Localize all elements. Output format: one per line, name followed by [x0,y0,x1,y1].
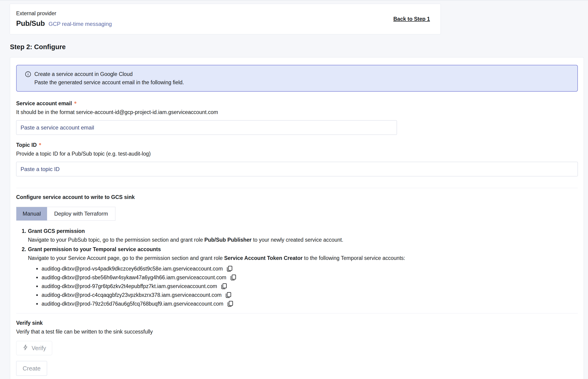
step-title: Grant GCS permission [28,228,578,234]
step-body-text: to the following Temporal service accoun… [303,255,405,261]
topic-id-input[interactable] [16,162,578,176]
role-name: Service Account Token Creator [224,255,303,261]
list-item: auditlog-dktxv@prod-c4cqaqgbfzy23vpzkbxz… [28,291,578,299]
step-body: Navigate to your Service Account page, g… [28,255,578,261]
bullet-dot [36,277,38,278]
info-icon [25,71,31,77]
provider-card: External provider Pub/Sub GCP real-time … [10,4,441,34]
required-indicator [39,143,41,145]
verify-sink-helper: Verify that a test file can be written t… [16,329,578,335]
service-account-email-helper: It should be in the format service-accou… [16,109,578,115]
alert-body: Paste the generated service account emai… [34,79,573,86]
role-name: Pub/Sub Publisher [204,237,251,243]
service-account-email: auditlog-dktxv@prod-c4cqaqgbfzy23vpzkbxz… [42,292,221,298]
create-button-label: Create [23,365,41,372]
copy-icon[interactable] [225,291,232,299]
zap-icon [22,344,29,352]
temporal-service-account-list: auditlog-dktxv@prod-vs4padk9dkczcey6d6st… [28,264,578,308]
step-grant-gcs-permission: 1. Grant GCS permission Navigate to your… [16,228,578,243]
configure-card: Create a service account in Google Cloud… [10,57,584,379]
copy-icon[interactable] [220,283,228,290]
service-account-email: auditlog-dktxv@prod-79z2c6d76au6g5fcq768… [42,301,223,307]
step-body-text: Navigate to your Service Account page, g… [28,255,224,261]
topic-id-label: Topic ID [16,142,37,148]
deploy-method-tabs: Manual Deploy with Terraform [16,207,115,221]
bullet-dot [36,294,38,296]
service-account-email: auditlog-dktxv@prod-sbe56h6wr4sykaw47a6y… [42,274,226,281]
list-item: auditlog-dktxv@prod-79z2c6d76au6g5fcq768… [28,299,578,308]
provider-subtitle: GCP real-time messaging [48,21,112,27]
configure-section-title: Configure service account to write to GC… [16,194,578,200]
provider-name: Pub/Sub [16,19,45,28]
copy-icon[interactable] [229,274,237,281]
section-divider [16,188,578,188]
list-item: auditlog-dktxv@prod-sbe56h6wr4sykaw47a6y… [28,273,578,282]
required-indicator [74,102,76,104]
bullet-dot [36,268,38,269]
verify-button-label: Verify [32,345,46,351]
verify-button[interactable]: Verify [16,341,52,355]
provider-info: External provider Pub/Sub GCP real-time … [16,10,112,28]
create-button[interactable]: Create [16,361,47,376]
manual-steps-list: 1. Grant GCS permission Navigate to your… [16,228,578,308]
page-title: Step 2: Configure [10,43,588,51]
service-account-email-label: Service account email [16,100,72,107]
alert-title: Create a service account in Google Cloud [34,71,133,77]
info-alert: Create a service account in Google Cloud… [16,65,578,92]
topic-id-helper: Provide a topic ID for a Pub/Sub topic (… [16,151,578,157]
bullet-dot [36,303,38,305]
list-item: auditlog-dktxv@prod-97gr6tp6zkv2t4epubff… [28,282,578,291]
audit-log-sink-config-page: { "provider_card": { "eyebrow": "Externa… [0,0,588,379]
step-number: 1. [22,228,26,234]
service-account-email: auditlog-dktxv@prod-97gr6tp6zkv2t4epubff… [42,283,217,289]
service-account-email-input[interactable] [16,120,397,135]
step-body-text: to your newly created service account. [251,237,343,243]
step-body: Navigate to your PubSub topic, go to the… [28,237,578,243]
step-body-text: Navigate to your PubSub topic, go to the… [28,237,204,243]
service-account-email: auditlog-dktxv@prod-vs4padk9dkczcey6d6st… [42,266,223,272]
step-number: 2. [22,246,26,253]
tab-deploy-with-terraform[interactable]: Deploy with Terraform [47,207,115,221]
step-title: Grant permission to your Temporal servic… [28,246,578,253]
provider-eyebrow: External provider [16,10,112,17]
list-item: auditlog-dktxv@prod-vs4padk9dkczcey6d6st… [28,264,578,273]
step-grant-temporal-permission: 2. Grant permission to your Temporal ser… [16,246,578,308]
copy-icon[interactable] [226,265,233,272]
back-to-step-1-link[interactable]: Back to Step 1 [393,16,430,22]
section-divider [16,313,578,314]
verify-sink-title: Verify sink [16,320,578,326]
copy-icon[interactable] [226,300,234,307]
bullet-dot [36,285,38,287]
tab-manual[interactable]: Manual [16,207,47,221]
